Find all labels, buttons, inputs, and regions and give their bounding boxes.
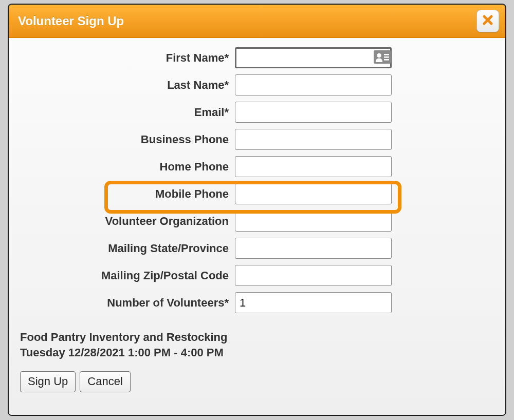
mailing-zip-label: Mailing Zip/Postal Code	[20, 269, 235, 282]
mailing-state-row: Mailing State/Province	[20, 238, 494, 259]
business-phone-row: Business Phone	[20, 129, 494, 150]
button-row: Sign Up Cancel	[20, 371, 494, 392]
email-input[interactable]	[235, 102, 392, 123]
mobile-phone-label: Mobile Phone	[20, 187, 235, 201]
email-row: Email*	[20, 102, 494, 123]
volunteer-org-row: Volunteer Organization	[20, 211, 494, 232]
num-volunteers-row: Number of Volunteers*	[20, 292, 494, 313]
event-schedule: Tuesday 12/28/2021 1:00 PM - 4:00 PM	[20, 345, 494, 360]
home-phone-input[interactable]	[235, 156, 392, 177]
mailing-zip-row: Mailing Zip/Postal Code	[20, 265, 494, 286]
last-name-row: Last Name*	[20, 74, 494, 96]
first-name-row: First Name*	[20, 47, 494, 68]
num-volunteers-label: Number of Volunteers*	[20, 296, 235, 310]
first-name-label: First Name*	[20, 51, 235, 65]
mailing-state-input[interactable]	[235, 238, 392, 259]
event-info: Food Pantry Inventory and Restocking Tue…	[20, 330, 494, 360]
business-phone-input[interactable]	[235, 129, 392, 150]
mailing-state-label: Mailing State/Province	[20, 242, 235, 255]
home-phone-label: Home Phone	[20, 160, 235, 174]
mailing-zip-input[interactable]	[235, 265, 392, 286]
signup-button[interactable]: Sign Up	[20, 371, 76, 392]
last-name-label: Last Name*	[20, 79, 235, 92]
business-phone-label: Business Phone	[20, 133, 235, 146]
mobile-phone-input[interactable]	[235, 183, 392, 204]
volunteer-signup-modal: Volunteer Sign Up First Name*	[8, 4, 506, 416]
modal-title: Volunteer Sign Up	[18, 14, 124, 28]
close-icon	[482, 14, 494, 28]
num-volunteers-input[interactable]	[235, 292, 392, 313]
last-name-input[interactable]	[235, 74, 392, 96]
volunteer-org-input[interactable]	[235, 211, 392, 232]
first-name-input[interactable]	[235, 47, 392, 68]
volunteer-org-label: Volunteer Organization	[20, 215, 235, 228]
event-name: Food Pantry Inventory and Restocking	[20, 331, 227, 343]
modal-content: First Name* Last Name*	[9, 38, 505, 415]
cancel-button[interactable]: Cancel	[80, 371, 130, 392]
modal-title-bar: Volunteer Sign Up	[9, 5, 505, 38]
mobile-phone-row: Mobile Phone	[20, 183, 494, 204]
home-phone-row: Home Phone	[20, 156, 494, 177]
email-label: Email*	[20, 106, 235, 119]
close-button[interactable]	[476, 10, 499, 32]
